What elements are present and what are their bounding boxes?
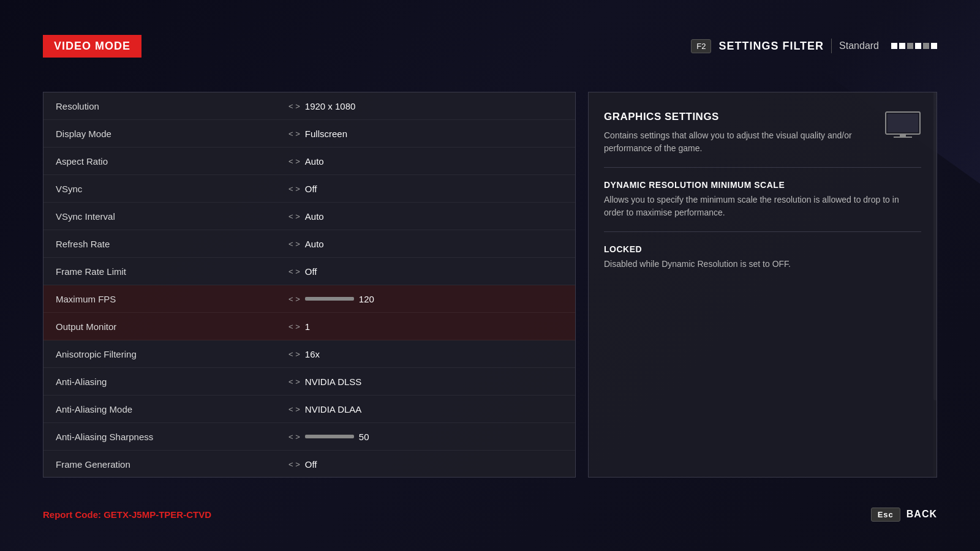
graphics-settings-text: Contains settings that allow you to adju… xyxy=(604,129,884,155)
divider-1 xyxy=(604,167,921,168)
grid-icons xyxy=(891,43,937,49)
row-value-text: Auto xyxy=(305,211,324,222)
left-arrow[interactable]: < > xyxy=(288,212,300,221)
row-value: < >Auto xyxy=(288,211,563,222)
row-value-text: 16x xyxy=(305,349,320,359)
settings-panel: Resolution< >1920 x 1080Display Mode< >F… xyxy=(43,92,576,478)
row-value-text: 1 xyxy=(305,321,310,332)
slider-bar[interactable] xyxy=(305,435,354,438)
left-arrow[interactable]: < > xyxy=(288,350,300,359)
grid-icon-1 xyxy=(891,43,897,49)
row-value: < >1 xyxy=(288,321,563,332)
left-arrow[interactable]: < > xyxy=(288,129,300,138)
dynamic-res-text: Allows you to specify the minimum scale … xyxy=(604,193,921,219)
slider-bar[interactable] xyxy=(305,297,354,301)
row-value-text: NVIDIA DLSS xyxy=(305,377,362,387)
row-value-text: Off xyxy=(305,184,317,194)
settings-row[interactable]: Aspect Ratio< >Auto xyxy=(43,148,575,175)
settings-row[interactable]: Anisotropic Filtering< >16x xyxy=(43,340,575,368)
row-value-text: Off xyxy=(305,459,317,470)
settings-filter: F2 SETTINGS FILTER Standard xyxy=(691,39,937,53)
row-value: < >Fullscreen xyxy=(288,129,563,139)
monitor-icon xyxy=(884,111,921,141)
svg-rect-1 xyxy=(888,114,918,132)
esc-key: Esc xyxy=(871,508,900,522)
back-button[interactable]: Esc BACK xyxy=(871,508,937,522)
grid-icon-2 xyxy=(899,43,905,49)
row-label: Anti-Aliasing Sharpness xyxy=(56,432,288,442)
row-label: Display Mode xyxy=(56,129,288,139)
settings-row[interactable]: VSync< >Off xyxy=(43,175,575,203)
settings-rows: Resolution< >1920 x 1080Display Mode< >F… xyxy=(43,92,575,478)
settings-filter-label: SETTINGS FILTER xyxy=(718,40,824,53)
left-arrow[interactable]: < > xyxy=(288,184,300,193)
info-panel: GRAPHICS SETTINGS Contains settings that… xyxy=(588,92,937,478)
row-value: < >Auto xyxy=(288,239,563,249)
row-value-text: Auto xyxy=(305,156,324,167)
left-arrow[interactable]: < > xyxy=(288,267,300,276)
back-label: BACK xyxy=(907,509,937,520)
settings-row[interactable]: Frame Rate Limit< >Off xyxy=(43,258,575,285)
row-value-text: 120 xyxy=(359,294,374,304)
left-arrow[interactable]: < > xyxy=(288,405,300,414)
settings-row[interactable]: Anti-Aliasing< >NVIDIA DLSS xyxy=(43,368,575,395)
row-value: < >16x xyxy=(288,349,563,359)
settings-row[interactable]: Display Mode< >Fullscreen xyxy=(43,120,575,148)
row-label: Anisotropic Filtering xyxy=(56,349,288,359)
row-value-text: Auto xyxy=(305,239,324,249)
grid-icon-6 xyxy=(931,43,937,49)
row-value: < >Auto xyxy=(288,156,563,167)
row-value: < >Off xyxy=(288,459,563,470)
f2-key: F2 xyxy=(691,39,711,53)
left-arrow[interactable]: < > xyxy=(288,239,300,249)
report-code: Report Code: GETX-J5MP-TPER-CTVD xyxy=(43,509,211,520)
row-label: Aspect Ratio xyxy=(56,156,288,167)
dynamic-res-title: DYNAMIC RESOLUTION MINIMUM SCALE xyxy=(604,180,921,190)
row-value: < >NVIDIA DLSS xyxy=(288,377,563,387)
row-value-text: Fullscreen xyxy=(305,129,347,139)
row-value: < >NVIDIA DLAA xyxy=(288,404,563,414)
standard-label: Standard xyxy=(839,40,879,51)
left-arrow[interactable]: < > xyxy=(288,294,300,304)
dynamic-res-section: DYNAMIC RESOLUTION MINIMUM SCALE Allows … xyxy=(604,180,921,219)
left-arrow[interactable]: < > xyxy=(288,432,300,441)
left-arrow[interactable]: < > xyxy=(288,460,300,469)
row-label: Anti-Aliasing Mode xyxy=(56,404,288,414)
settings-row[interactable]: Resolution< >1920 x 1080 xyxy=(43,92,575,120)
row-value-text: 1920 x 1080 xyxy=(305,101,356,111)
main-content: Resolution< >1920 x 1080Display Mode< >F… xyxy=(43,92,937,478)
row-label: Output Monitor xyxy=(56,321,288,332)
settings-row[interactable]: Frame Generation< >Off xyxy=(43,451,575,478)
locked-text: Disabled while Dynamic Resolution is set… xyxy=(604,258,921,271)
row-value: < >Off xyxy=(288,184,563,194)
settings-row[interactable]: Output Monitor< >1 xyxy=(43,313,575,340)
row-label: Frame Rate Limit xyxy=(56,266,288,277)
settings-row[interactable]: Anti-Aliasing Sharpness< >50 xyxy=(43,423,575,451)
left-arrow[interactable]: < > xyxy=(288,377,300,386)
graphics-settings-title: GRAPHICS SETTINGS Contains settings that… xyxy=(604,111,884,155)
row-label: Refresh Rate xyxy=(56,239,288,249)
settings-row[interactable]: Maximum FPS< >120 xyxy=(43,285,575,313)
row-value: < >Off xyxy=(288,266,563,277)
header: VIDEO MODE F2 SETTINGS FILTER Standard xyxy=(0,0,980,92)
left-arrow[interactable]: < > xyxy=(288,157,300,166)
left-arrow[interactable]: < > xyxy=(288,102,300,111)
grid-icon-4 xyxy=(915,43,921,49)
divider xyxy=(831,39,832,53)
row-label: Anti-Aliasing xyxy=(56,377,288,387)
row-value: < >50 xyxy=(288,432,563,442)
row-label: Resolution xyxy=(56,101,288,111)
row-label: Maximum FPS xyxy=(56,294,288,304)
row-label: VSync Interval xyxy=(56,211,288,222)
locked-section: LOCKED Disabled while Dynamic Resolution… xyxy=(604,244,921,271)
settings-row[interactable]: Anti-Aliasing Mode< >NVIDIA DLAA xyxy=(43,395,575,423)
locked-title: LOCKED xyxy=(604,244,921,254)
left-arrow[interactable]: < > xyxy=(288,322,300,331)
video-mode-badge: VIDEO MODE xyxy=(43,35,141,58)
row-value: < >1920 x 1080 xyxy=(288,101,563,111)
row-value-text: 50 xyxy=(359,432,369,442)
grid-icon-5 xyxy=(923,43,929,49)
divider-2 xyxy=(604,231,921,232)
settings-row[interactable]: VSync Interval< >Auto xyxy=(43,203,575,230)
settings-row[interactable]: Refresh Rate< >Auto xyxy=(43,230,575,258)
